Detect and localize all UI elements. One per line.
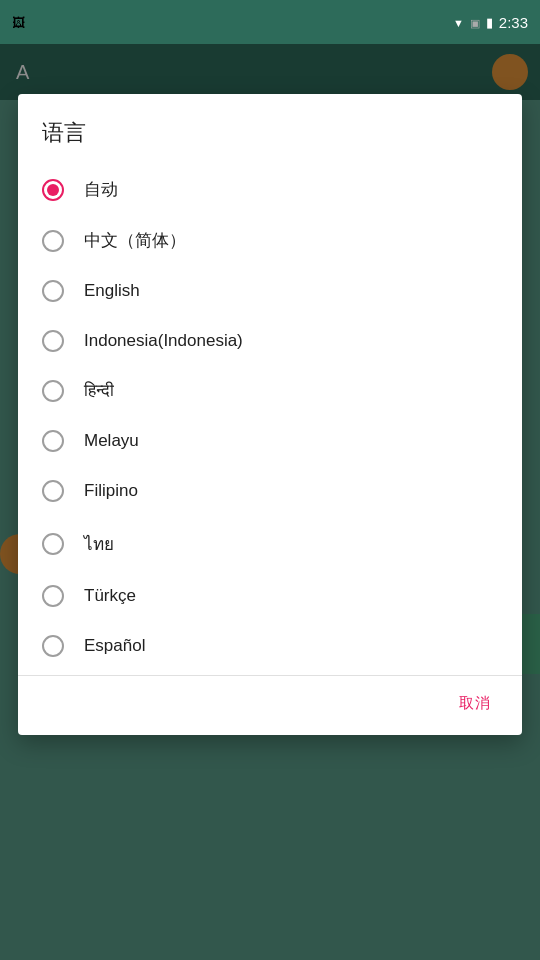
option-zh-hans-label: 中文（简体） [84, 229, 186, 252]
signal-icon [470, 13, 480, 31]
language-dialog: 语言 自动 中文（简体） English Indonesia(Indonesia… [18, 94, 522, 735]
app-background: A 语言 自动 中文（简体） English [0, 44, 540, 960]
radio-indonesia [42, 330, 64, 352]
image-icon [12, 13, 25, 31]
language-options-list: 自动 中文（简体） English Indonesia(Indonesia) ह… [18, 160, 522, 675]
radio-hindi [42, 380, 64, 402]
radio-auto [42, 179, 64, 201]
option-spanish-label: Español [84, 636, 145, 656]
option-melayu-label: Melayu [84, 431, 139, 451]
option-auto-label: 自动 [84, 178, 118, 201]
option-hindi[interactable]: हिन्दी [18, 366, 522, 416]
radio-melayu [42, 430, 64, 452]
radio-thai [42, 533, 64, 555]
radio-spanish [42, 635, 64, 657]
option-hindi-label: हिन्दी [84, 381, 114, 401]
radio-english [42, 280, 64, 302]
option-filipino-label: Filipino [84, 481, 138, 501]
status-time: 2:33 [499, 14, 528, 31]
option-indonesia-label: Indonesia(Indonesia) [84, 331, 243, 351]
dialog-title: 语言 [18, 94, 522, 160]
radio-turkish [42, 585, 64, 607]
option-english-label: English [84, 281, 140, 301]
radio-zh-hans [42, 230, 64, 252]
option-thai[interactable]: ไทย [18, 516, 522, 571]
radio-filipino [42, 480, 64, 502]
battery-icon [486, 13, 493, 31]
option-zh-hans[interactable]: 中文（简体） [18, 215, 522, 266]
wifi-icon [453, 13, 464, 31]
option-thai-label: ไทย [84, 530, 114, 557]
option-turkish-label: Türkçe [84, 586, 136, 606]
option-indonesia[interactable]: Indonesia(Indonesia) [18, 316, 522, 366]
cancel-button[interactable]: 取消 [443, 684, 506, 723]
option-english[interactable]: English [18, 266, 522, 316]
option-auto[interactable]: 自动 [18, 164, 522, 215]
dialog-actions: 取消 [18, 676, 522, 735]
option-turkish[interactable]: Türkçe [18, 571, 522, 621]
status-bar: 2:33 [0, 0, 540, 44]
option-melayu[interactable]: Melayu [18, 416, 522, 466]
option-filipino[interactable]: Filipino [18, 466, 522, 516]
option-spanish[interactable]: Español [18, 621, 522, 671]
